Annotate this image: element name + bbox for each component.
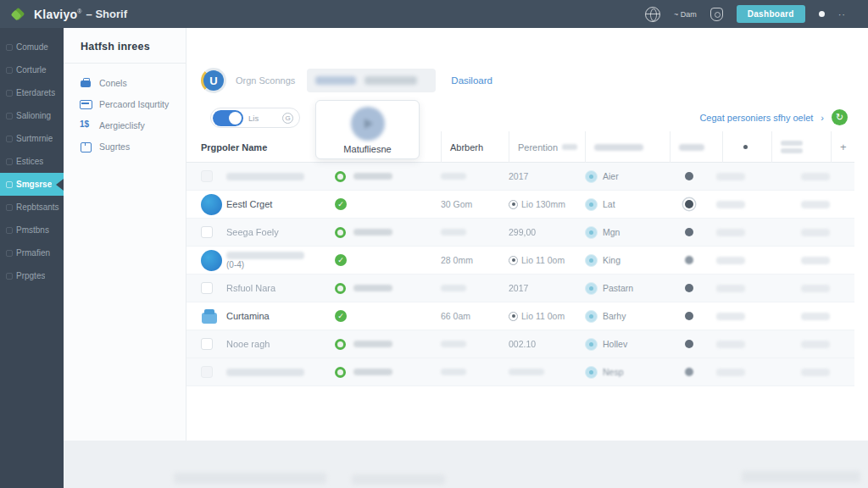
- topbar: Klaviyo® – Shorif ~ Dam Dashboard ··: [0, 0, 868, 28]
- sidebar-item-icon: [6, 273, 13, 280]
- row-extra-cell: [801, 201, 854, 208]
- klaviyo-logo-icon[interactable]: [12, 8, 25, 20]
- org-avatar[interactable]: U: [201, 68, 226, 93]
- more-menu-icon[interactable]: ··: [838, 9, 846, 19]
- globe-icon[interactable]: [645, 7, 660, 22]
- blurred-text: [801, 313, 830, 320]
- row-extra-cell: [801, 369, 854, 376]
- preview-card-label: Matufliesne: [343, 144, 391, 154]
- row-tag-cell: Nesp: [585, 366, 670, 379]
- row-checkbox[interactable]: [201, 366, 213, 378]
- row-checkbox[interactable]: [201, 282, 213, 294]
- blurred-text: [679, 144, 704, 151]
- secondary-sidebar-title: Hatfsh inrees: [64, 28, 186, 53]
- status-check-icon: [335, 283, 346, 294]
- status-check-icon: ✓: [335, 254, 347, 266]
- table-row[interactable]: Nesp: [186, 358, 854, 386]
- secondary-item-aergieclisfy[interactable]: Aergieclisfy: [64, 114, 186, 136]
- sidebar-item-smgsrse[interactable]: Smgsrse: [0, 173, 64, 196]
- row-value: 2017: [509, 171, 585, 181]
- sidebar-item-prmafien[interactable]: Prmafien: [0, 241, 64, 264]
- row-value: 28 0mm: [441, 255, 509, 265]
- toggle-switch[interactable]: [213, 110, 243, 126]
- table-row[interactable]: 2017Aier: [186, 163, 854, 191]
- blurred-text: [801, 173, 830, 180]
- table-row[interactable]: Rsfuol Nara2017Pastarn: [186, 274, 854, 302]
- row-action-icon[interactable]: [685, 368, 693, 376]
- preview-card[interactable]: Matufliesne: [315, 100, 420, 159]
- refresh-g-icon[interactable]: G: [282, 113, 293, 124]
- row-name: Rsfuol Nara: [226, 283, 335, 293]
- column-header-blurred: [670, 131, 722, 163]
- header-button-group[interactable]: [307, 69, 436, 92]
- radio-icon[interactable]: [509, 200, 518, 209]
- table-row[interactable]: Seega Foely299,00Mgn: [186, 219, 854, 247]
- sidebar-item-surtmrnie[interactable]: Surtmrnie: [0, 127, 64, 150]
- secondary-item-sugrtes[interactable]: Sugrtes: [64, 136, 186, 157]
- blurred-text: [226, 252, 304, 259]
- dashboard-button[interactable]: Dashboard: [737, 5, 805, 23]
- sidebar-item-pmstbns[interactable]: Pmstbns: [0, 219, 64, 241]
- sidebar-item-icon: [6, 67, 13, 74]
- row-action-icon[interactable]: [685, 312, 693, 320]
- row-action-icon[interactable]: [685, 284, 693, 292]
- row-value-text: 2017: [509, 171, 528, 181]
- blurred-text: [509, 369, 544, 375]
- row-action-icon[interactable]: [685, 228, 693, 236]
- row-action-icon[interactable]: [685, 200, 693, 208]
- status-check-icon: [335, 339, 346, 350]
- column-header-add[interactable]: +: [831, 131, 854, 163]
- sidebar-item-corturle[interactable]: Corturle: [0, 58, 64, 81]
- row-action-icon[interactable]: [685, 256, 693, 264]
- create-personalized-link[interactable]: Cegat personiers sfhy oelet: [699, 113, 813, 123]
- toggle-pill[interactable]: Lis G: [210, 108, 300, 128]
- chevron-right-icon: ›: [821, 113, 824, 123]
- row-action-icon[interactable]: [685, 172, 693, 180]
- row-value-cell: [441, 369, 509, 375]
- status-check-icon: ✓: [335, 198, 347, 210]
- sidebar-item-comude[interactable]: Comude: [0, 36, 64, 58]
- sidebar-item-estices[interactable]: Estices: [0, 150, 64, 173]
- row-action-cell: [670, 284, 716, 292]
- row-select-cell: [201, 366, 226, 378]
- table-row[interactable]: Nooe ragh002.10Hollev: [186, 330, 854, 358]
- secondary-item-conels[interactable]: Conels: [64, 72, 186, 93]
- sidebar-item-repbtsants[interactable]: Repbtsants: [0, 196, 64, 219]
- page-header: U Orgn Sconngs Dasiloard: [201, 66, 492, 95]
- sidebar-item-eterdarets[interactable]: Eterdarets: [0, 81, 64, 104]
- secondary-item-percaord-isqurtity[interactable]: Percaord Isqurtity: [64, 93, 186, 114]
- go-button[interactable]: ↻: [832, 109, 848, 125]
- radio-icon[interactable]: [509, 312, 518, 321]
- table-row[interactable]: Curtamina✓66 0amLio 11 0omBarhy: [186, 302, 854, 330]
- sidebar-item-icon: [6, 113, 13, 119]
- sidebar-item-icon: [6, 181, 13, 188]
- row-extra-cell: [801, 285, 854, 292]
- row-action-icon[interactable]: [685, 340, 693, 348]
- sidebar-item-prpgtes[interactable]: Prpgtes: [0, 264, 64, 287]
- row-name: Eestl Crget: [226, 199, 335, 209]
- badge-icon[interactable]: [710, 8, 723, 21]
- row-tag-label: Lat: [603, 199, 615, 209]
- row-checkbox[interactable]: [201, 170, 213, 182]
- row-extra-cell: [716, 341, 801, 348]
- row-checkbox[interactable]: [201, 226, 213, 238]
- table-row[interactable]: (0-4)✓28 0mmLio 11 0omKing: [186, 247, 854, 274]
- sidebar-item-salioning[interactable]: Salioning: [0, 104, 64, 127]
- radio-icon[interactable]: [509, 256, 518, 265]
- row-tag-label: Barhy: [603, 311, 626, 321]
- row-checkbox[interactable]: [201, 338, 213, 350]
- dashboard-link[interactable]: Dasiloard: [451, 75, 492, 86]
- create-row: Cegat personiers sfhy oelet › ↻: [699, 109, 848, 125]
- row-name-cell: Curtamina: [226, 311, 335, 321]
- row-value-cell: 28 0mm: [441, 255, 509, 265]
- blurred-text: [716, 313, 745, 320]
- row-name-cell: Eestl Crget: [226, 199, 335, 209]
- table-row[interactable]: Eestl Crget✓30 GomLio 130mmLat: [186, 191, 854, 219]
- tag-dot-icon: [585, 198, 598, 211]
- blurred-button[interactable]: [315, 76, 356, 85]
- blurred-button[interactable]: [364, 76, 417, 85]
- row-value-cell: Lio 130mm: [509, 199, 585, 209]
- play-icon[interactable]: [351, 107, 385, 141]
- row-name: Curtamina: [226, 311, 335, 321]
- sidebar-item-icon: [6, 44, 13, 51]
